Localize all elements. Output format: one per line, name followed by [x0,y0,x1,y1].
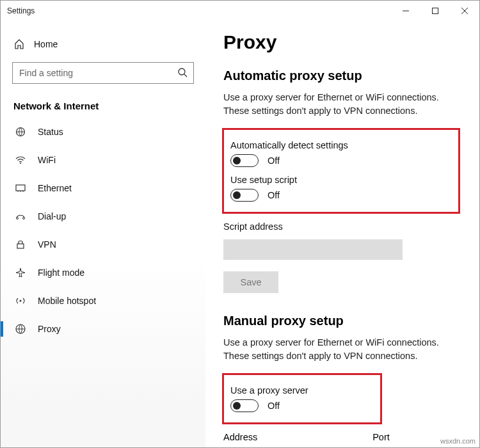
status-icon [15,126,26,138]
home-nav[interactable]: Home [1,33,205,56]
auto-detect-label: Automatically detect settings [230,140,451,150]
sidebar-item-label: WiFi [38,155,56,165]
use-proxy-state: Off [268,401,280,411]
setup-script-label: Use setup script [230,175,451,185]
svg-rect-14 [17,244,24,248]
page-title: Proxy [223,31,460,53]
sidebar-item-label: Flight mode [38,268,84,278]
sidebar-item-flightmode[interactable]: Flight mode [1,259,205,287]
wifi-icon [15,154,26,166]
manual-section-heading: Manual proxy setup [223,314,460,328]
use-proxy-label: Use a proxy server [230,385,372,396]
auto-highlight-box: Automatically detect settings Off Use se… [222,128,460,214]
svg-line-5 [184,74,187,77]
sidebar-item-wifi[interactable]: WiFi [1,146,205,174]
close-button[interactable] [450,1,479,21]
airplane-icon [15,267,26,278]
category-header: Network & Internet [1,93,205,118]
svg-point-4 [179,68,185,75]
svg-rect-1 [433,8,438,14]
address-label: Address [223,432,257,442]
window-title: Settings [7,6,35,15]
proxy-icon [15,323,26,335]
svg-point-13 [23,218,25,220]
svg-point-15 [20,300,22,302]
title-bar: Settings [1,1,479,21]
script-address-label: Script address [223,221,460,232]
home-icon [13,39,25,49]
manual-highlight-box: Use a proxy server Off [222,373,382,424]
hotspot-icon [15,295,26,307]
sidebar-item-hotspot[interactable]: Mobile hotspot [1,287,205,315]
save-button[interactable]: Save [223,271,278,293]
script-address-input[interactable] [223,239,403,260]
sidebar-item-proxy[interactable]: Proxy [1,315,205,343]
sidebar-item-vpn[interactable]: VPN [1,230,205,259]
auto-section-desc: Use a proxy server for Ethernet or WiFi … [223,91,460,118]
vpn-icon [15,239,26,250]
sidebar-item-dialup[interactable]: Dial-up [1,202,205,230]
setup-script-toggle[interactable] [230,189,259,202]
sidebar-item-status[interactable]: Status [1,118,205,146]
ethernet-icon [15,182,26,194]
sidebar-item-label: Mobile hotspot [38,296,96,306]
watermark: wsxdn.com [440,437,476,445]
port-label: Port [372,432,390,442]
sidebar-item-label: Dial-up [38,211,66,221]
search-input[interactable] [12,62,194,84]
sidebar-item-label: Ethernet [38,183,72,193]
svg-rect-8 [16,185,25,191]
auto-section-heading: Automatic proxy setup [223,68,460,83]
auto-detect-toggle[interactable] [230,154,259,167]
use-proxy-toggle[interactable] [230,399,259,412]
svg-point-7 [20,163,21,164]
auto-detect-state: Off [268,156,280,166]
svg-point-12 [17,218,19,220]
sidebar-item-label: Proxy [38,324,61,334]
search-icon [177,67,188,80]
sidebar-item-label: VPN [38,239,56,250]
minimize-button[interactable] [391,1,420,21]
home-label: Home [34,39,58,49]
sidebar-item-label: Status [38,127,63,137]
sidebar: Home Network & Internet Status WiFi Ethe… [1,21,205,447]
main-panel: Proxy Automatic proxy setup Use a proxy … [205,21,479,447]
manual-section-desc: Use a proxy server for Ethernet or WiFi … [223,336,460,363]
sidebar-item-ethernet[interactable]: Ethernet [1,174,205,202]
dialup-icon [15,211,26,222]
setup-script-state: Off [268,190,280,200]
maximize-button[interactable] [420,1,450,21]
